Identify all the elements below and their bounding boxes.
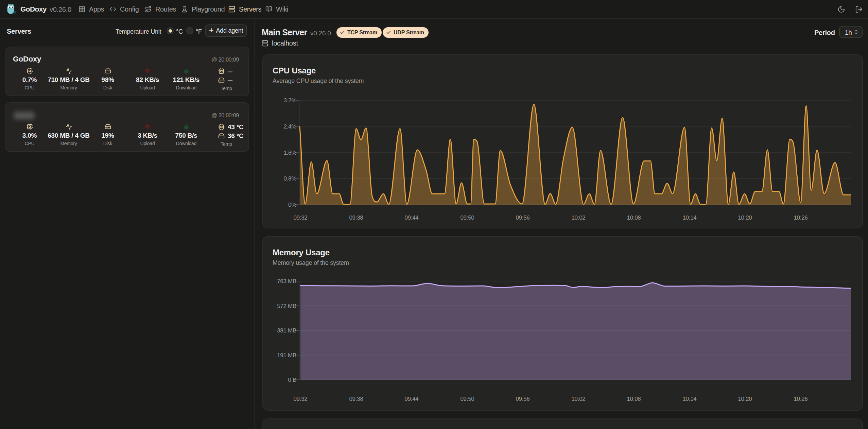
svg-text:0%: 0%: [288, 202, 296, 208]
svg-text:10:26: 10:26: [794, 396, 808, 402]
svg-text:09:44: 09:44: [404, 214, 418, 221]
svg-text:10:02: 10:02: [571, 214, 585, 221]
svg-text:09:44: 09:44: [404, 396, 418, 402]
svg-text:09:32: 09:32: [293, 214, 307, 221]
svg-text:1.6%: 1.6%: [283, 150, 296, 156]
svg-text:572 MB: 572 MB: [277, 303, 296, 309]
svg-text:10:26: 10:26: [794, 214, 808, 221]
svg-text:09:56: 09:56: [516, 396, 530, 402]
svg-text:09:38: 09:38: [349, 396, 363, 402]
svg-text:10:08: 10:08: [627, 214, 641, 221]
svg-text:10:02: 10:02: [571, 396, 585, 402]
svg-text:10:14: 10:14: [682, 396, 696, 402]
svg-text:09:50: 09:50: [460, 214, 474, 221]
svg-text:381 MB: 381 MB: [277, 327, 296, 334]
svg-text:10:20: 10:20: [738, 214, 752, 221]
svg-text:10:08: 10:08: [627, 396, 641, 402]
svg-text:09:38: 09:38: [349, 214, 363, 221]
svg-text:0.8%: 0.8%: [283, 175, 296, 182]
svg-text:09:32: 09:32: [293, 396, 307, 402]
svg-text:3.2%: 3.2%: [283, 97, 296, 104]
svg-text:09:50: 09:50: [460, 396, 474, 402]
svg-text:0 B: 0 B: [288, 377, 296, 383]
svg-text:763 MB: 763 MB: [277, 278, 296, 285]
svg-text:10:14: 10:14: [682, 214, 696, 221]
svg-text:10:20: 10:20: [738, 396, 752, 402]
svg-text:2.4%: 2.4%: [283, 123, 296, 130]
svg-text:09:56: 09:56: [516, 214, 530, 221]
svg-text:191 MB: 191 MB: [277, 352, 296, 359]
